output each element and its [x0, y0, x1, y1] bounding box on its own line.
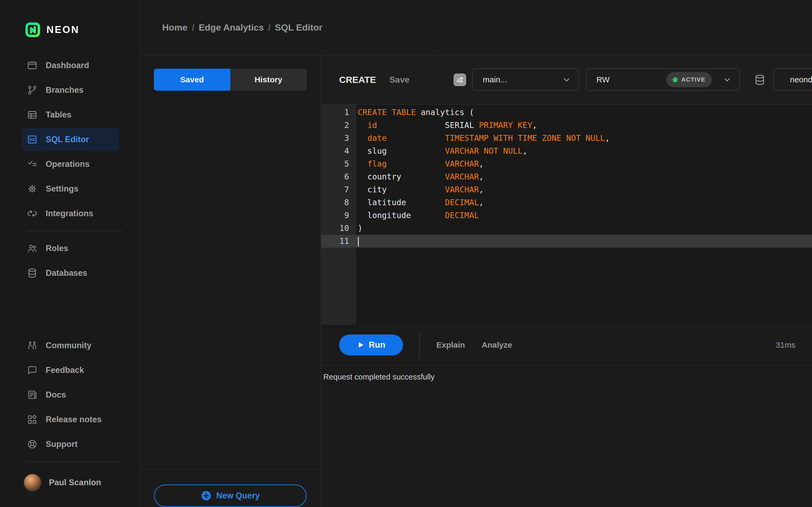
- sidebar-item-label: Operations: [46, 159, 90, 169]
- table-icon: [27, 109, 38, 120]
- breadcrumb-separator: /: [268, 22, 270, 33]
- sidebar-item-branches[interactable]: Branches: [21, 78, 119, 102]
- code-line-9: 9 longitude DECIMAL: [321, 209, 812, 222]
- new-query-button[interactable]: New Query: [154, 485, 307, 507]
- neon-logo-icon: [25, 22, 41, 38]
- query-duration: 31ms: [776, 340, 795, 349]
- breadcrumb-separator: /: [192, 22, 194, 33]
- tab-history[interactable]: History: [231, 69, 307, 91]
- query-tab-create[interactable]: CREATE: [339, 74, 376, 85]
- queries-panel: SavedHistory New Query: [140, 55, 321, 507]
- database-icon: [27, 268, 38, 278]
- sidebar-spacer: [0, 285, 139, 333]
- code-text: city VARCHAR,: [356, 183, 484, 196]
- run-bar-divider: [419, 331, 420, 359]
- line-number: 8: [321, 196, 356, 209]
- breadcrumb-item[interactable]: Home: [162, 22, 188, 33]
- code-line-2: 2 id SERIAL PRIMARY KEY,: [321, 119, 812, 132]
- docs-icon: [27, 390, 38, 400]
- code-text: CREATE TABLE analytics (: [356, 106, 474, 119]
- data-nav: RolesDatabases: [0, 236, 139, 285]
- git-merge-icon: [456, 76, 464, 84]
- code-line-3: 3 date TIMESTAMP WITH TIME ZONE NOT NULL…: [321, 132, 812, 145]
- sidebar-item-roles[interactable]: Roles: [21, 237, 119, 260]
- sidebar-item-support[interactable]: Support: [21, 433, 119, 456]
- code-text: id SERIAL PRIMARY KEY,: [356, 119, 537, 132]
- editor-toolbar: CREATE Save: [321, 55, 812, 105]
- branch-compare-button[interactable]: [454, 73, 466, 86]
- sidebar-item-operations[interactable]: Operations: [21, 153, 119, 176]
- sidebar-item-integrations[interactable]: Integrations: [21, 202, 119, 225]
- text-cursor: [358, 237, 359, 246]
- results-area: [321, 388, 812, 507]
- sidebar-item-docs[interactable]: Docs: [21, 383, 119, 406]
- sidebar-item-label: Roles: [46, 243, 68, 253]
- code-text: longitude DECIMAL: [356, 209, 479, 222]
- line-number: 4: [321, 145, 356, 158]
- brand-name: NEON: [46, 24, 80, 36]
- code-line-11: 11: [321, 235, 812, 247]
- code-line-5: 5 flag VARCHAR,: [321, 158, 812, 170]
- code-text: country VARCHAR,: [356, 170, 484, 183]
- sidebar-item-label: Settings: [46, 184, 79, 194]
- save-button[interactable]: Save: [389, 75, 409, 85]
- breadcrumb-item[interactable]: Edge Analytics: [199, 22, 264, 33]
- line-number: 2: [321, 119, 356, 132]
- sidebar: NEON DashboardBranchesTablesSQL EditorOp…: [0, 0, 140, 507]
- sidebar-item-settings[interactable]: Settings: [21, 177, 119, 201]
- git-branch-icon: [27, 85, 38, 96]
- dashboard-icon: [27, 60, 38, 71]
- branch-select-value: main...: [483, 75, 507, 84]
- sidebar-item-databases[interactable]: Databases: [21, 262, 119, 285]
- compute-select[interactable]: RW ACTIVE: [586, 68, 740, 91]
- sidebar-item-label: Feedback: [46, 365, 84, 375]
- terminal-square-icon: [27, 134, 38, 145]
- avatar: [23, 474, 41, 492]
- line-number: 6: [321, 170, 356, 183]
- content: SavedHistory New Query: [140, 55, 812, 507]
- run-bar: Run Explain Analyze 31ms: [321, 325, 812, 365]
- branch-select[interactable]: main...: [472, 68, 579, 91]
- breadcrumb-item[interactable]: SQL Editor: [275, 22, 322, 33]
- tab-saved[interactable]: Saved: [154, 69, 231, 91]
- sidebar-divider: [27, 231, 123, 231]
- community-icon: [27, 340, 38, 351]
- explain-button[interactable]: Explain: [436, 340, 465, 349]
- line-number: 10: [321, 222, 356, 235]
- database-select[interactable]: neondb: [773, 68, 812, 91]
- line-number: 9: [321, 209, 356, 222]
- compute-status-badge: ACTIVE: [666, 72, 712, 87]
- analyze-button[interactable]: Analyze: [482, 340, 512, 349]
- sidebar-item-label: Community: [46, 341, 92, 350]
- code-text: slug VARCHAR NOT NULL,: [356, 145, 527, 158]
- sidebar-item-release-notes[interactable]: Release notes: [21, 408, 119, 431]
- main-area: Home/Edge Analytics/SQL Editor SavedHist…: [140, 0, 812, 507]
- sidebar-item-tables[interactable]: Tables: [21, 103, 119, 126]
- code-text: ): [356, 222, 362, 235]
- queries-list: [140, 91, 321, 468]
- code-lines: 1CREATE TABLE analytics (2 id SERIAL PRI…: [321, 105, 812, 247]
- sql-code-editor[interactable]: 1CREATE TABLE analytics (2 id SERIAL PRI…: [321, 105, 812, 325]
- sidebar-item-feedback[interactable]: Feedback: [21, 359, 119, 382]
- run-button[interactable]: Run: [339, 335, 403, 355]
- user-menu[interactable]: Paul Scanlon: [23, 474, 129, 492]
- saved-history-toggle: SavedHistory: [154, 69, 307, 91]
- sidebar-item-sql-editor[interactable]: SQL Editor: [21, 128, 119, 151]
- sidebar-item-community[interactable]: Community: [21, 334, 119, 357]
- app-root: NEON DashboardBranchesTablesSQL EditorOp…: [0, 0, 812, 507]
- code-text: date TIMESTAMP WITH TIME ZONE NOT NULL,: [356, 132, 610, 145]
- primary-nav: DashboardBranchesTablesSQL EditorOperati…: [0, 53, 139, 226]
- status-message: Request completed successfully: [321, 365, 812, 388]
- integrations-icon: [27, 208, 38, 219]
- sidebar-item-label: Tables: [46, 110, 71, 120]
- line-number: 7: [321, 183, 356, 196]
- new-query-label: New Query: [216, 491, 260, 501]
- sidebar-item-label: Branches: [46, 85, 84, 95]
- sidebar-item-dashboard[interactable]: Dashboard: [21, 54, 119, 77]
- sidebar-divider-bottom: [27, 461, 123, 462]
- user-name: Paul Scanlon: [49, 478, 101, 488]
- code-line-10: 10): [321, 222, 812, 235]
- sidebar-item-label: Dashboard: [46, 61, 89, 70]
- code-text: [356, 235, 359, 247]
- brand-logo[interactable]: NEON: [0, 0, 139, 38]
